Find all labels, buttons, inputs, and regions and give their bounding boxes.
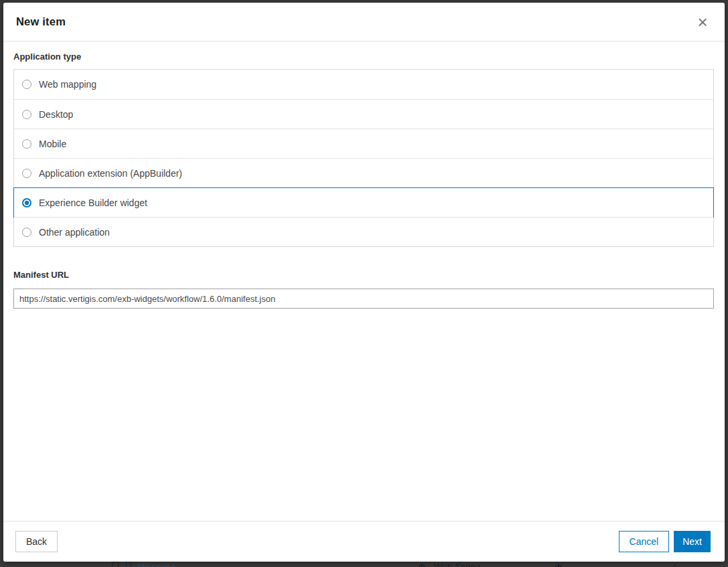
dialog-body: Application type Web mapping Desktop Mob… [3,52,725,309]
dialog-header: New item × [3,3,725,42]
cancel-button[interactable]: Cancel [619,531,670,552]
radio-icon [22,139,31,149]
new-item-dialog: New item × Application type Web mapping … [3,3,725,562]
application-type-option[interactable]: Application extension (AppBuilder) [14,158,713,187]
dialog-footer: Back Cancel Next [3,521,725,562]
background-content-row: My scene ⊕ Web Scene ılı ☆ ••• [0,562,728,567]
application-type-option[interactable]: Experience Builder widget [14,187,713,217]
application-type-option[interactable]: Other application [14,217,713,246]
manifest-url-label: Manifest URL [13,270,714,280]
radio-icon [22,80,31,89]
item-thumbnail-icon [126,562,131,567]
row-checkbox [112,562,119,567]
radio-icon [22,110,31,119]
ellipsis-icon: ••• [694,563,701,567]
application-type-label: Application type [13,52,714,62]
radio-icon [22,198,31,208]
application-type-option[interactable]: Mobile [14,129,713,158]
background-item-title: My scene [137,562,176,567]
close-icon[interactable]: × [693,13,712,31]
application-type-option[interactable]: Web mapping [14,70,713,99]
radio-icon [22,169,31,178]
web-scene-icon: ⊕ [418,562,425,567]
back-button[interactable]: Back [15,531,58,552]
next-button[interactable]: Next [674,531,711,552]
application-type-list: Web mapping Desktop Mobile Application e… [13,69,714,247]
screen: My scene ⊕ Web Scene ılı ☆ ••• New item … [0,0,728,567]
application-type-option[interactable]: Desktop [14,99,713,129]
option-label: Desktop [39,109,73,120]
star-icon: ☆ [671,562,679,567]
option-label: Other application [39,227,110,238]
background-item-type: Web Scene [434,562,481,567]
dialog-title: New item [16,15,66,28]
usage-chart-icon: ılı [555,562,562,567]
option-label: Web mapping [39,79,96,90]
option-label: Mobile [39,139,66,149]
option-label: Application extension (AppBuilder) [39,168,182,179]
radio-icon [22,228,31,237]
manifest-url-input[interactable] [13,289,714,309]
option-label: Experience Builder widget [39,197,147,208]
